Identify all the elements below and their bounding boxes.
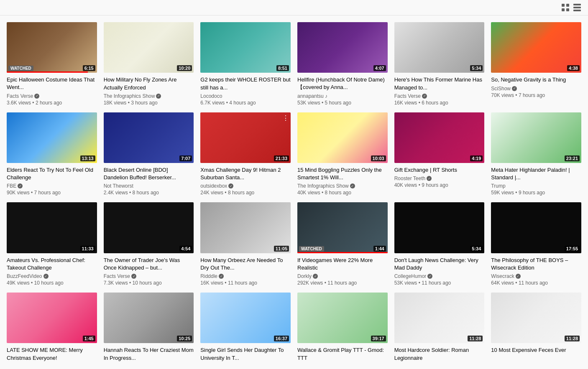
thumbnail[interactable]: 4:19 bbox=[394, 112, 485, 163]
thumbnail[interactable]: 8:51 bbox=[200, 22, 291, 73]
video-title[interactable]: How Many Orbeez Are Needed To Dry Out Th… bbox=[200, 257, 291, 272]
channel-name[interactable]: Locodoco bbox=[200, 93, 291, 99]
thumbnail[interactable]: 7:07 bbox=[104, 112, 194, 163]
channel-name[interactable]: Facts Verse✓ bbox=[104, 273, 194, 279]
thumbnail[interactable]: 11:28 bbox=[394, 293, 485, 343]
thumbnail[interactable]: 21:33⋮ bbox=[200, 112, 291, 163]
channel-name[interactable]: Rooster Teeth✓ bbox=[394, 176, 485, 181]
video-card[interactable]: 17:55The Philosophy of THE BOYS – Wisecr… bbox=[491, 202, 581, 286]
channel-name[interactable]: SciShow✓ bbox=[491, 86, 581, 92]
video-title[interactable]: Black Desert Online [BDO] Dandelion Buff… bbox=[104, 166, 194, 181]
video-title[interactable]: If Videogames Were 22% More Realistic bbox=[297, 257, 388, 272]
list-view-icon[interactable] bbox=[573, 3, 581, 12]
channel-name[interactable]: CollegeHumor✓ bbox=[394, 273, 485, 279]
video-card[interactable]: 1:45LATE SHOW ME MORE: Merry Christmas E… bbox=[7, 293, 97, 364]
thumbnail[interactable]: 4:38 bbox=[491, 22, 581, 73]
video-title[interactable]: Elders React To Try Not To Feel Old Chal… bbox=[7, 166, 97, 181]
thumbnail[interactable]: WATCHED1:44 bbox=[297, 202, 388, 253]
svg-rect-4 bbox=[573, 4, 581, 5]
thumbnail[interactable]: 4:54 bbox=[104, 202, 194, 253]
duration-badge: 4:07 bbox=[373, 65, 386, 71]
duration-badge: 10:20 bbox=[177, 65, 192, 71]
video-card[interactable]: 11:33Amateurs Vs. Professional Chef: Tak… bbox=[7, 202, 97, 286]
video-title[interactable]: Single Girl Sends Her Daughter To Univer… bbox=[200, 346, 291, 361]
channel-name[interactable]: Not Theworst bbox=[104, 183, 194, 189]
channel-name[interactable]: Wisecrack✓ bbox=[491, 273, 581, 279]
channel-name[interactable]: The Infographics Show✓ bbox=[297, 183, 388, 189]
channel-name[interactable]: Dorkly✓ bbox=[297, 273, 388, 279]
thumbnail[interactable]: WATCHED6:15 bbox=[7, 22, 97, 73]
video-info: If Videogames Were 22% More RealisticDor… bbox=[297, 257, 388, 286]
video-title[interactable]: Epic Halloween Costume Ideas That Went..… bbox=[7, 76, 97, 91]
video-title[interactable]: G2 keeps their WHOLE ROSTER but still ha… bbox=[200, 76, 291, 91]
video-title[interactable]: So, Negative Gravity is a Thing bbox=[491, 76, 581, 84]
channel-name[interactable]: BuzzFeedVideo✓ bbox=[7, 273, 97, 279]
video-card[interactable]: 10:0315 Mind Boggling Puzzles Only the S… bbox=[297, 112, 388, 196]
video-card[interactable]: 5:34Don't Laugh News Challenge: Very Mad… bbox=[394, 202, 485, 286]
thumbnail[interactable]: 11:33 bbox=[7, 202, 97, 253]
video-card[interactable]: 21:33⋮Xmas Challenge Day 9! Hitman 2 Sub… bbox=[200, 112, 291, 196]
channel-name[interactable]: Ridddle✓ bbox=[200, 273, 291, 279]
video-title[interactable]: Meta Hater Highlander Paladin! | Standar… bbox=[491, 166, 581, 181]
thumbnail[interactable]: 10:25 bbox=[104, 293, 194, 343]
video-card[interactable]: 16:37Single Girl Sends Her Daughter To U… bbox=[200, 293, 291, 364]
video-title[interactable]: The Owner of Trader Joe's Was Once Kidna… bbox=[104, 257, 194, 272]
video-card[interactable]: 13:13Elders React To Try Not To Feel Old… bbox=[7, 112, 97, 196]
video-card[interactable]: WATCHED1:44If Videogames Were 22% More R… bbox=[297, 202, 388, 286]
channel-name[interactable]: Trump bbox=[491, 183, 581, 189]
thumbnail[interactable]: 23:21 bbox=[491, 112, 581, 163]
thumbnail[interactable]: 17:55 bbox=[491, 202, 581, 253]
video-card[interactable]: 11:2810 Most Expensive Feces Ever bbox=[491, 293, 581, 364]
grid-view-icon[interactable] bbox=[561, 3, 570, 12]
channel-name[interactable]: outsidexbox✓ bbox=[200, 183, 291, 189]
video-card[interactable]: 4:54The Owner of Trader Joe's Was Once K… bbox=[104, 202, 194, 286]
video-card[interactable]: 5:34Here's How This Former Marine Has Ma… bbox=[394, 22, 485, 106]
thumbnail[interactable]: 10:20 bbox=[104, 22, 194, 73]
video-card[interactable]: 11:05How Many Orbeez Are Needed To Dry O… bbox=[200, 202, 291, 286]
thumbnail[interactable]: 4:07 bbox=[297, 22, 388, 73]
video-title[interactable]: Wallace & Gromit Play TTT - Gmod: TTT bbox=[297, 346, 388, 361]
video-title[interactable]: Hannah Reacts To Her Craziest Mom In Pro… bbox=[104, 346, 194, 361]
video-title[interactable]: The Philosophy of THE BOYS – Wisecrack E… bbox=[491, 257, 581, 272]
video-title[interactable]: 15 Mind Boggling Puzzles Only the Smarte… bbox=[297, 166, 388, 181]
video-title[interactable]: 10 Most Expensive Feces Ever bbox=[491, 346, 581, 354]
channel-name[interactable]: annapantsu ♪ bbox=[297, 93, 388, 99]
video-card[interactable]: 4:07Hellfire (Hunchback Of Notre Dame)【c… bbox=[297, 22, 388, 106]
thumbnail[interactable]: 5:34 bbox=[394, 22, 485, 73]
more-options-icon[interactable]: ⋮ bbox=[282, 114, 289, 122]
video-card[interactable]: 8:51G2 keeps their WHOLE ROSTER but stil… bbox=[200, 22, 291, 106]
meta-info: 53K views • 11 hours ago bbox=[394, 280, 485, 286]
svg-rect-2 bbox=[562, 8, 565, 11]
video-card[interactable]: 4:19Gift Exchange | RT ShortsRooster Tee… bbox=[394, 112, 485, 196]
channel-name[interactable]: Facts Verse✓ bbox=[7, 93, 97, 99]
thumbnail[interactable]: 10:03 bbox=[297, 112, 388, 163]
video-title[interactable]: Don't Laugh News Challenge: Very Mad Dad… bbox=[394, 257, 485, 272]
thumbnail[interactable]: 16:37 bbox=[200, 293, 291, 343]
video-card[interactable]: 10:25Hannah Reacts To Her Craziest Mom I… bbox=[104, 293, 194, 364]
video-card[interactable]: 4:38So, Negative Gravity is a ThingSciSh… bbox=[491, 22, 581, 106]
channel-name[interactable]: The Infographics Show✓ bbox=[104, 93, 194, 99]
video-title[interactable]: Gift Exchange | RT Shorts bbox=[394, 166, 485, 174]
video-title[interactable]: Xmas Challenge Day 9! Hitman 2 Suburban … bbox=[200, 166, 291, 181]
video-title[interactable]: Most Hardcore Soldier: Roman Legionnaire bbox=[394, 346, 485, 361]
video-title[interactable]: Amateurs Vs. Professional Chef: Takeout … bbox=[7, 257, 97, 272]
video-title[interactable]: LATE SHOW ME MORE: Merry Christmas Every… bbox=[7, 346, 97, 361]
video-card[interactable]: 7:07Black Desert Online [BDO] Dandelion … bbox=[104, 112, 194, 196]
thumbnail[interactable]: 39:17 bbox=[297, 293, 388, 343]
svg-rect-1 bbox=[566, 4, 569, 7]
video-title[interactable]: Here's How This Former Marine Has Manage… bbox=[394, 76, 485, 91]
video-card[interactable]: WATCHED6:15Epic Halloween Costume Ideas … bbox=[7, 22, 97, 106]
video-card[interactable]: 23:21Meta Hater Highlander Paladin! | St… bbox=[491, 112, 581, 196]
video-card[interactable]: 39:17Wallace & Gromit Play TTT - Gmod: T… bbox=[297, 293, 388, 364]
thumbnail[interactable]: 13:13 bbox=[7, 112, 97, 163]
thumbnail[interactable]: 1:45 bbox=[7, 293, 97, 343]
channel-name[interactable]: FBE✓ bbox=[7, 183, 97, 189]
video-card[interactable]: 10:20How Military No Fly Zones Are Actua… bbox=[104, 22, 194, 106]
thumbnail[interactable]: 5:34 bbox=[394, 202, 485, 253]
channel-name[interactable]: Facts Verse✓ bbox=[394, 93, 485, 99]
video-title[interactable]: Hellfire (Hunchback Of Notre Dame)【cover… bbox=[297, 76, 388, 91]
thumbnail[interactable]: 11:05 bbox=[200, 202, 291, 253]
thumbnail[interactable]: 11:28 bbox=[491, 293, 581, 343]
video-card[interactable]: 11:28Most Hardcore Soldier: Roman Legion… bbox=[394, 293, 485, 364]
video-title[interactable]: How Military No Fly Zones Are Actually E… bbox=[104, 76, 194, 91]
